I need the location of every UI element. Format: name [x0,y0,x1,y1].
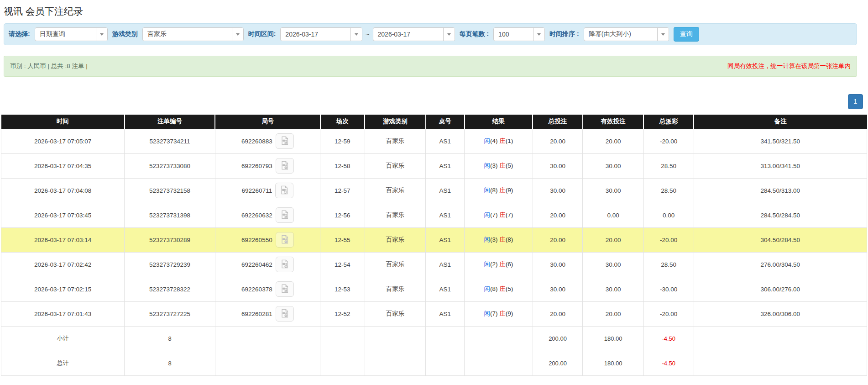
sort-order-value: 降幂(由大到小) [584,28,657,41]
game-type-value: 百家乐 [143,28,232,41]
cell-total-bet[interactable]: 30.00 [533,252,583,277]
cell-total-bet[interactable]: 30.00 [533,277,583,301]
cell-time: 2026-03-17 07:01:43 [1,301,125,326]
cell-remark: 304.50/284.50 [694,227,867,252]
chevron-down-icon[interactable] [657,28,669,41]
sort-order-dropdown[interactable]: 降幂(由大到小) [584,27,669,41]
video-replay-button[interactable] [276,257,294,272]
cell-game-type: 百家乐 [365,277,426,301]
cell-payout: 28.50 [643,153,694,178]
total-row-empty [694,351,867,375]
cell-valid-bet: 30.00 [583,277,644,301]
chevron-down-icon[interactable] [96,28,107,41]
cell-session: 12-58 [320,153,365,178]
chevron-down-icon[interactable] [443,28,455,41]
cell-session: 12-54 [320,252,365,277]
total-row-valid-bet: 180.00 [583,351,644,375]
cell-total-bet[interactable]: 20.00 [533,301,583,326]
chevron-down-icon[interactable] [350,28,362,41]
column-header-3: 场次 [320,115,365,129]
cell-total-bet[interactable]: 20.00 [533,227,583,252]
table-row: 2026-03-17 07:03:45523273731398692260632… [1,203,867,227]
payout-notice: 同局有效投注，统一计算在该局第一张注单内 [727,62,851,70]
subtotal-row-payout: -4.50 [643,326,694,351]
result-player-count: (8) [490,187,498,194]
cell-round-id: 692260550 [215,227,320,252]
cell-table-no: AS1 [426,301,465,326]
round-id-text: 692260793 [241,163,272,169]
total-row: 总计8200.00180.00-4.50 [1,351,867,375]
cell-game-type: 百家乐 [365,203,426,227]
cell-total-bet[interactable]: 30.00 [533,153,583,178]
cell-table-no: AS1 [426,178,465,203]
subtotal-row-label: 小计 [1,326,125,351]
subtotal-row-empty [320,326,365,351]
result-player-label: 闲 [484,211,490,218]
cell-bet-id: 523273728322 [125,277,215,301]
cell-game-type: 百家乐 [365,153,426,178]
date-to-picker[interactable]: 2026-03-17 [373,27,455,41]
total-row-empty [215,351,320,375]
cell-remark: 284.50/284.50 [694,203,867,227]
column-header-4: 游戏类别 [365,115,426,129]
cell-bet-id: 523273729239 [125,252,215,277]
cell-payout: 28.50 [643,252,694,277]
cell-game-type: 百家乐 [365,301,426,326]
result-player-label: 闲 [484,285,490,292]
video-replay-button[interactable] [276,281,294,297]
cell-time: 2026-03-17 07:04:35 [1,153,125,178]
query-button[interactable]: 查询 [674,27,699,42]
cell-total-bet[interactable]: 20.00 [533,203,583,227]
select-mode-dropdown[interactable]: 日期查询 [35,27,108,41]
cell-valid-bet: 20.00 [583,227,644,252]
result-player-label: 闲 [484,310,490,317]
total-row-total-bet: 200.00 [533,351,583,375]
page-size-label: 每页笔数 : [460,30,489,38]
result-banker-label: 庄 [499,211,506,218]
cell-remark: 326.00/306.00 [694,301,867,326]
result-player-label: 闲 [484,137,490,144]
video-replay-icon [279,210,290,221]
video-replay-icon [279,234,290,246]
cell-round-id: 692260281 [215,301,320,326]
table-row: 2026-03-17 07:05:07523273734211692260883… [1,129,867,153]
video-replay-icon [279,136,290,147]
video-replay-button[interactable] [276,158,294,174]
result-player-count: (3) [490,162,498,169]
cell-table-no: AS1 [426,227,465,252]
total-row-count: 8 [125,351,215,375]
game-type-dropdown[interactable]: 百家乐 [142,27,244,41]
video-replay-button[interactable] [276,207,294,223]
total-row-payout: -4.50 [643,351,694,375]
cell-remark: 341.50/321.50 [694,129,867,153]
cell-round-id: 692260632 [215,203,320,227]
cell-payout: -20.00 [643,129,694,153]
cell-result: 闲(7) 庄(9) [465,301,533,326]
chevron-down-icon[interactable] [533,28,544,41]
page-size-dropdown[interactable]: 100 [493,27,545,41]
chevron-down-icon[interactable] [232,28,243,41]
page-button-1[interactable]: 1 [848,94,863,109]
result-player-label: 闲 [484,261,490,268]
column-header-0: 时间 [1,115,125,129]
column-header-10: 备注 [694,115,867,129]
cell-time: 2026-03-17 07:05:07 [1,129,125,153]
table-row: 2026-03-17 07:04:08523273732158692260711… [1,178,867,203]
video-replay-button[interactable] [276,306,294,322]
cell-total-bet[interactable]: 20.00 [533,129,583,153]
cell-session: 12-59 [320,129,365,153]
video-replay-button[interactable] [276,133,294,149]
cell-total-bet[interactable]: 30.00 [533,178,583,203]
pagination-top: 1 [0,94,863,109]
video-replay-button[interactable] [276,232,294,248]
result-player-count: (7) [490,211,498,218]
result-banker-label: 庄 [499,261,506,268]
cell-time: 2026-03-17 07:02:42 [1,252,125,277]
cell-valid-bet: 30.00 [583,178,644,203]
result-banker-count: (9) [506,187,513,194]
cell-bet-id: 523273733080 [125,153,215,178]
date-from-picker[interactable]: 2026-03-17 [280,27,362,41]
video-replay-button[interactable] [275,183,293,198]
cell-time: 2026-03-17 07:03:45 [1,203,125,227]
sort-order-label: 时间排序 : [549,30,579,38]
